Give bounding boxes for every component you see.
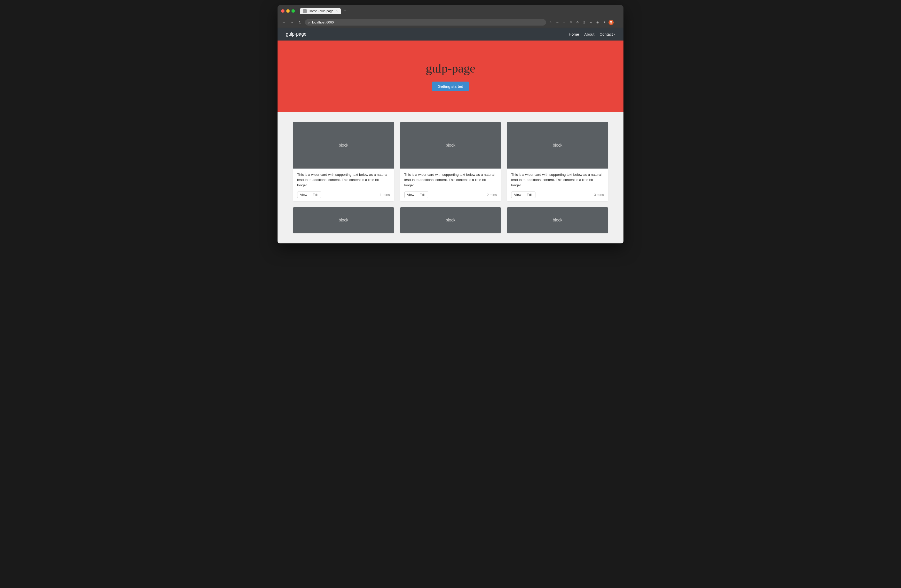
card-2-view-button[interactable]: View [404,192,417,198]
card-2-image: block [400,122,501,168]
card-6-image-label: block [553,218,562,223]
card-3: block This is a wider card with supporti… [507,122,608,201]
card-4-image: block [293,207,394,233]
card-1-image-label: block [339,143,348,148]
card-1-text: This is a wider card with supporting tex… [297,172,390,188]
active-tab[interactable]: Home · gulp-page ✕ [300,8,341,14]
ext-icon2[interactable]: ◈ [588,20,594,25]
nav-contact-label: Contact [599,32,613,36]
pen-icon[interactable]: ✏ [555,20,560,25]
card-2-footer: View Edit 2 mins [404,192,497,198]
address-bar-wrap: ⊙ [305,19,546,25]
cards-section: block This is a wider card with supporti… [277,112,624,243]
card-3-time: 3 mins [594,193,604,197]
forward-button[interactable]: → [289,20,295,25]
card-3-edit-button[interactable]: Edit [524,192,535,198]
refresh-button[interactable]: ↻ [297,20,303,25]
chevron-down-icon: ▾ [614,33,615,36]
card-1: block This is a wider card with supporti… [293,122,394,201]
ext-icon3[interactable]: ◉ [595,20,600,25]
card-2-text: This is a wider card with supporting tex… [404,172,497,188]
card-2-edit-button[interactable]: Edit [417,192,428,198]
card-4-image-label: block [339,218,348,223]
card-1-image: block [293,122,394,168]
new-tab-button[interactable]: + [342,8,348,14]
card-2-image-label: block [446,143,455,148]
close-button[interactable] [281,9,285,12]
address-input[interactable] [305,19,546,25]
nav-link-home[interactable]: Home [569,32,579,36]
bookmark-icon[interactable]: ☆ [548,20,553,25]
card-4: block [293,207,394,233]
toolbar-icons: ☆ ✏ ▾ ⊕ ⚙ ◎ ◈ ◉ ✦ G ⋮ [548,20,620,25]
hero-section: gulp-page Getting started [277,41,624,112]
card-2-actions: View Edit [404,192,428,198]
site-navbar: gulp-page Home About Contact ▾ [277,28,624,41]
shield-icon[interactable]: ⊕ [568,20,574,25]
card-2-body: This is a wider card with supporting tex… [400,168,501,201]
lock-icon: ⊙ [307,21,310,24]
card-1-footer: View Edit 1 mins [297,192,390,198]
card-3-footer: View Edit 3 mins [511,192,604,198]
tab-close-icon[interactable]: ✕ [335,9,338,12]
minimize-button[interactable] [286,9,290,12]
traffic-lights [281,9,295,12]
back-button[interactable]: ← [281,20,287,25]
card-1-body: This is a wider card with supporting tex… [293,168,394,201]
nav-dropdown-contact[interactable]: Contact ▾ [599,32,615,36]
card-3-image: block [507,122,608,168]
card-5-image: block [400,207,501,233]
site-brand[interactable]: gulp-page [286,31,306,37]
card-3-actions: View Edit [511,192,535,198]
browser-window: Home · gulp-page ✕ + ← → ↻ ⊙ ☆ ✏ ▾ ⊕ ⚙ ◎… [277,5,624,243]
tab-bar: Home · gulp-page ✕ + [300,8,620,14]
ext-icon1[interactable]: ◎ [581,20,587,25]
card-3-image-label: block [553,143,562,148]
card-3-body: This is a wider card with supporting tex… [507,168,608,201]
card-3-view-button[interactable]: View [511,192,524,198]
card-5: block [400,207,501,233]
settings-icon[interactable]: ⚙ [575,20,580,25]
nav-link-about[interactable]: About [584,32,594,36]
maximize-button[interactable] [292,9,295,12]
browser-toolbar: ← → ↻ ⊙ ☆ ✏ ▾ ⊕ ⚙ ◎ ◈ ◉ ✦ G ⋮ [277,17,624,28]
card-6: block [507,207,608,233]
card-6-image: block [507,207,608,233]
ext-icon4[interactable]: ✦ [602,20,607,25]
site-nav-links: Home About Contact ▾ [569,32,615,36]
card-1-time: 1 mins [380,193,390,197]
page-content: gulp-page Home About Contact ▾ gulp-page… [277,28,624,243]
browser-titlebar: Home · gulp-page ✕ + [277,5,624,17]
menu-icon[interactable]: ⋮ [615,20,620,25]
hero-title: gulp-page [426,61,475,75]
tab-favicon [303,9,307,13]
profile-icon[interactable]: G [608,20,614,25]
card-1-view-button[interactable]: View [297,192,310,198]
tab-title: Home · gulp-page [309,9,333,13]
getting-started-button[interactable]: Getting started [432,81,469,91]
card-2-time: 2 mins [487,193,497,197]
cards-grid: block This is a wider card with supporti… [293,122,608,233]
card-5-image-label: block [446,218,455,223]
dropdown-icon[interactable]: ▾ [561,20,567,25]
card-1-edit-button[interactable]: Edit [310,192,321,198]
card-2: block This is a wider card with supporti… [400,122,501,201]
card-3-text: This is a wider card with supporting tex… [511,172,604,188]
card-1-actions: View Edit [297,192,321,198]
